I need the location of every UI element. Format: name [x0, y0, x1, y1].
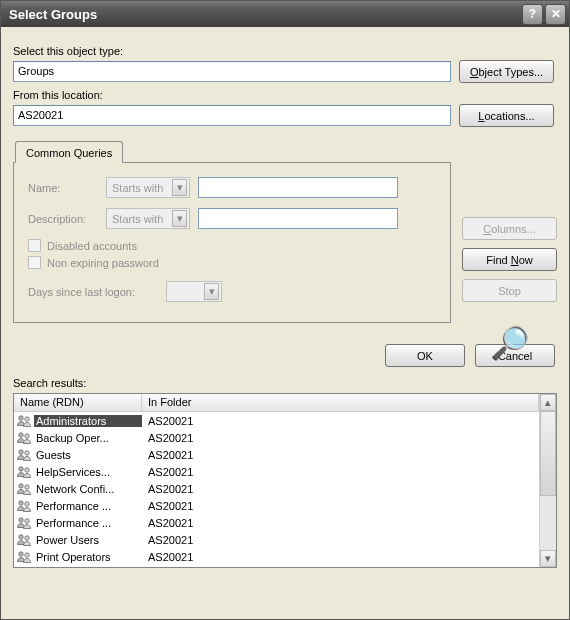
- side-buttons: Columns...Columns... Find NowFind Now St…: [462, 217, 557, 362]
- row-folder: AS20021: [142, 449, 539, 461]
- group-icon: [16, 481, 32, 497]
- svg-point-10: [19, 500, 23, 504]
- column-header-name[interactable]: Name (RDN): [14, 394, 142, 411]
- chevron-down-icon: ▾: [172, 210, 187, 227]
- list-item[interactable]: Print OperatorsAS20021: [14, 548, 539, 565]
- group-icon: [16, 447, 32, 463]
- group-icon: [16, 566, 32, 568]
- ok-button[interactable]: OK: [385, 344, 465, 367]
- group-icon: [16, 430, 32, 446]
- common-queries-pane: Name: Starts with ▾ Description: Starts …: [13, 162, 451, 323]
- days-since-logon-row: Days since last logon: ▾: [28, 281, 436, 302]
- group-icon: [16, 464, 32, 480]
- description-operator-value: Starts with: [112, 213, 163, 225]
- vertical-scrollbar[interactable]: ▴ ▾: [539, 394, 556, 567]
- name-operator-combo: Starts with ▾: [106, 177, 190, 198]
- name-input[interactable]: [198, 177, 398, 198]
- group-icon: [16, 549, 32, 565]
- row-name: Guests: [34, 449, 142, 461]
- svg-point-1: [25, 416, 29, 420]
- row-folder: AS20021: [142, 415, 539, 427]
- svg-point-13: [25, 518, 29, 522]
- name-query-row: Name: Starts with ▾: [28, 177, 436, 198]
- list-item[interactable]: Performance ...AS20021: [14, 514, 539, 531]
- row-folder: AS20021: [142, 551, 539, 563]
- non-expiring-checkbox: [28, 256, 41, 269]
- disabled-accounts-checkbox: [28, 239, 41, 252]
- list-item[interactable]: AdministratorsAS20021: [14, 412, 539, 429]
- list-item[interactable]: GuestsAS20021: [14, 446, 539, 463]
- help-icon: ?: [529, 7, 536, 21]
- scroll-track[interactable]: [540, 496, 556, 550]
- group-icon: [16, 464, 32, 480]
- object-type-row: Groups OObject Types...bject Types...: [13, 60, 557, 83]
- svg-point-2: [19, 432, 23, 436]
- location-field: AS20021: [13, 105, 451, 126]
- svg-point-14: [19, 534, 23, 538]
- window-title: Select Groups: [9, 7, 522, 22]
- svg-point-11: [25, 501, 29, 505]
- svg-point-12: [19, 517, 23, 521]
- scroll-down-button[interactable]: ▾: [540, 550, 556, 567]
- location-label: From this location:: [13, 89, 557, 101]
- svg-point-17: [25, 552, 29, 556]
- row-folder: AS20021: [142, 466, 539, 478]
- find-now-button[interactable]: Find NowFind Now: [462, 248, 557, 271]
- group-icon: [16, 447, 32, 463]
- group-icon: [16, 532, 32, 548]
- non-expiring-label: Non expiring password: [47, 257, 159, 269]
- object-type-field: Groups: [13, 61, 451, 82]
- results-rows: AdministratorsAS20021 Backup Oper...AS20…: [14, 412, 539, 567]
- disabled-accounts-label: Disabled accounts: [47, 240, 137, 252]
- locations-button[interactable]: LLocations...ocations...: [459, 104, 554, 127]
- row-name: HelpServices...: [34, 466, 142, 478]
- svg-point-5: [25, 450, 29, 454]
- row-folder: AS20021: [142, 483, 539, 495]
- description-input[interactable]: [198, 208, 398, 229]
- results-list-body: Name (RDN) In Folder AdministratorsAS200…: [14, 394, 539, 567]
- non-expiring-row: Non expiring password: [28, 256, 436, 269]
- list-item[interactable]: Power UsersAS20021: [14, 531, 539, 548]
- tab-common-queries[interactable]: Common Queries: [15, 141, 123, 163]
- search-icon: 🔍: [490, 324, 530, 362]
- group-icon: [16, 498, 32, 514]
- column-header-folder[interactable]: In Folder: [142, 394, 539, 411]
- list-item[interactable]: Backup Oper...AS20021: [14, 429, 539, 446]
- results-header: Name (RDN) In Folder: [14, 394, 539, 412]
- group-icon: [16, 498, 32, 514]
- disabled-accounts-row: Disabled accounts: [28, 239, 436, 252]
- svg-point-8: [19, 483, 23, 487]
- group-icon: [16, 532, 32, 548]
- group-icon: [16, 515, 32, 531]
- svg-point-16: [19, 551, 23, 555]
- svg-point-3: [25, 433, 29, 437]
- stop-button: Stop: [462, 279, 557, 302]
- scroll-thumb[interactable]: [540, 411, 556, 496]
- help-button[interactable]: ?: [522, 4, 543, 25]
- title-bar: Select Groups ? ✕: [1, 1, 569, 27]
- chevron-down-icon: ▾: [172, 179, 187, 196]
- svg-point-6: [19, 466, 23, 470]
- days-since-logon-label: Days since last logon:: [28, 286, 158, 298]
- tab-strip: Common Queries: [13, 141, 557, 163]
- description-query-row: Description: Starts with ▾: [28, 208, 436, 229]
- row-name: Backup Oper...: [34, 432, 142, 444]
- row-name: Power Users: [34, 534, 142, 546]
- row-folder: AS20021: [142, 534, 539, 546]
- list-item[interactable]: HelpServices...AS20021: [14, 463, 539, 480]
- name-operator-value: Starts with: [112, 182, 163, 194]
- svg-point-9: [25, 484, 29, 488]
- scroll-up-button[interactable]: ▴: [540, 394, 556, 411]
- svg-point-0: [19, 415, 23, 419]
- results-list: Name (RDN) In Folder AdministratorsAS200…: [13, 393, 557, 568]
- object-types-button[interactable]: OObject Types...bject Types...: [459, 60, 554, 83]
- group-icon: [16, 413, 32, 429]
- list-item[interactable]: Performance ...AS20021: [14, 497, 539, 514]
- group-icon: [16, 515, 32, 531]
- row-folder: AS20021: [142, 432, 539, 444]
- list-item[interactable]: Network Confi...AS20021: [14, 480, 539, 497]
- close-button[interactable]: ✕: [545, 4, 566, 25]
- row-name: Network Confi...: [34, 483, 142, 495]
- row-name: Print Operators: [34, 551, 142, 563]
- list-item[interactable]: Remote Desk...AS20021: [14, 565, 539, 567]
